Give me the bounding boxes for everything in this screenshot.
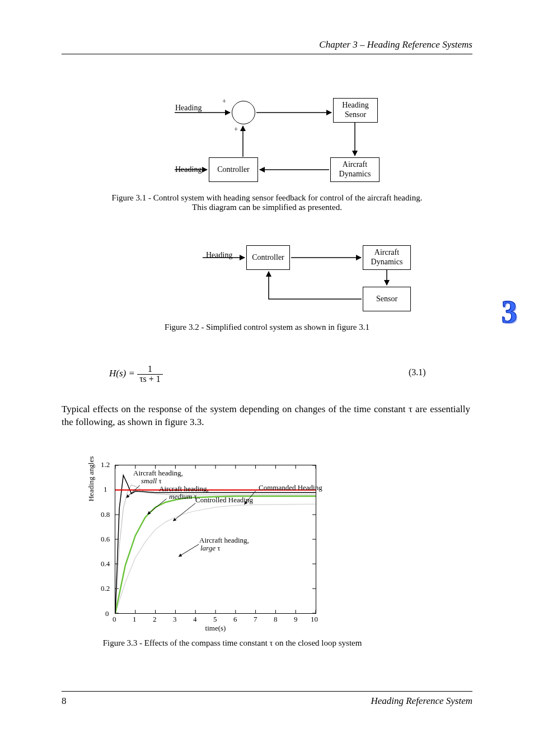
paragraph: Typical effects on the response of the s… [62,403,470,429]
fig1-arrows [0,81,534,210]
fig1-input1-label: Heading [175,104,202,113]
svg-line-46 [148,499,167,515]
equation-3-1: H(s) = 1 τs + 1 [109,365,163,384]
fig1-caption-line1: Figure 3.1 - Control system with heading… [112,193,423,202]
fig1-input2-label: Heading [175,165,202,174]
series-controlled [115,496,316,613]
sum-junction [232,101,255,124]
equation-number: (3.1) [409,367,426,377]
footer-rule [62,691,472,692]
ytick-0_8: 0.8 [101,510,110,519]
plus-top: + [222,97,226,106]
fig2-aircraft-box: Aircraft Dynamics [363,245,411,270]
fig1-compass-label: Heading Sensor [342,101,368,120]
fig2-controller-label: Controller [252,253,284,263]
svg-line-49 [179,544,199,557]
series-large-tau [115,504,316,613]
fig2-caption: Figure 3.2 - Simplified control system a… [0,323,534,332]
fig1-compass-box: Heading Sensor [333,98,378,123]
chart: Commanded Heading Aircraft heading, smal… [115,465,316,614]
figure-3-2: Heading Controller Aircraft Dynamics Sen… [0,235,534,342]
ytick-1_2: 1.2 [101,460,110,469]
equation-num: 1 [137,365,163,375]
ytick-1: 1 [104,485,107,494]
equation-lhs: H(s) = [109,368,135,379]
footer-project-title: Heading Reference System [371,696,472,707]
fig2-input-label: Heading [206,251,232,260]
header-section-title: Chapter 3 – Heading Reference Systems [319,39,472,50]
fig1-controller-box: Controller [209,157,258,182]
svg-line-48 [245,491,256,505]
fig1-caption: Figure 3.1 - Control system with heading… [0,193,534,212]
fig2-controller-box: Controller [246,245,290,270]
fig2-sensor-label: Sensor [376,295,397,304]
fig2-sensor-box: Sensor [363,287,411,311]
fig2-aircraft-label: Aircraft Dynamics [371,248,403,267]
equation-den: τs + 1 [137,375,163,384]
page-number: 8 [62,696,67,707]
figure3-caption: Figure 3.3 - Effects of the compass time… [81,638,383,648]
ytick-0_6: 0.6 [101,535,110,544]
fig1-aircraft-box: Aircraft Dynamics [330,157,380,182]
figure-3-1: Heading Heading + + Heading Sensor Aircr… [0,81,534,210]
chart-svg [115,465,316,613]
chart-xlabel: time(s) [115,624,316,633]
header-rule [62,54,472,54]
ytick-0_2: 0.2 [101,584,110,593]
page: Chapter 3 – Heading Reference Systems 3 … [0,0,534,756]
fig1-aircraft-label: Aircraft Dynamics [339,160,371,179]
plus-bottom: + [234,125,238,134]
chart-ylabel: Heading angles [87,445,96,512]
ytick-0_4: 0.4 [101,559,110,568]
ytick-0: 0 [105,609,109,618]
fig1-controller-label: Controller [217,165,250,175]
fig1-caption-line2: This diagram can be simplified as presen… [192,203,342,212]
